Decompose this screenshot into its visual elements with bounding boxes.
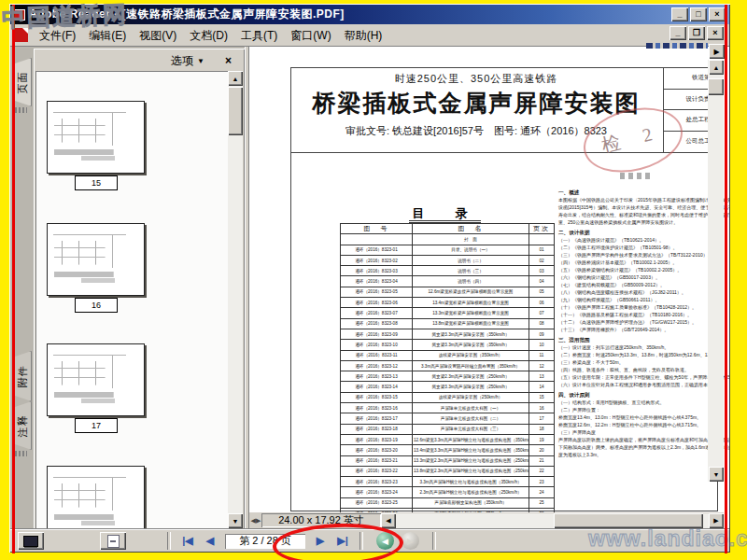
toc-row: 通环（2016）8323-01目录、说明书（一）01	[341, 245, 555, 255]
thumbnail-drawing	[53, 472, 138, 528]
url-watermark: www.landiao.com	[588, 526, 747, 552]
toc-row: 通环（2016）8323-0613.4m梁宽桥梁声屏障横断面位置示意图06	[341, 298, 555, 308]
toc-row: 通环（2016）8323-03说明书（三）03	[341, 266, 555, 276]
tab-grip	[15, 107, 27, 113]
first-page-button[interactable]: |◀	[176, 532, 199, 550]
adobe-reader-window: Adobe Reader - [速铁路桥梁插板式金属声屏障安装图.PDF] _ …	[9, 4, 730, 553]
note-line: （十）《铁路声屏障工程施工质量验收标准》（TB10428-2012）。	[558, 303, 729, 311]
doc-close-button[interactable]: ×	[707, 26, 724, 40]
doc-scroll-up[interactable]: ▲	[709, 60, 724, 75]
toolbar-expand-button[interactable]: ▶	[709, 44, 725, 59]
note-line: （二）《铁路工程环境保护设计规范》（TB10501-98）。	[558, 244, 729, 251]
separator	[167, 532, 171, 550]
toc-col-page: 页次	[529, 224, 555, 234]
menu-item[interactable]: 帮助(H)	[338, 27, 389, 44]
thumbnail-page-number[interactable]: 15	[75, 175, 118, 190]
note-line: （二）桥面宽度：时速250km为13.3m、13.8m，时速350km为12.6…	[558, 351, 729, 358]
note-line: （九）《钢结构焊接规范》（GB50661-2011）。	[558, 296, 729, 303]
note-line: （五）设计使用年限：正常使用条件下H型钢立柱、螺栓为50年，声屏障单元板为25年…	[558, 373, 729, 381]
note-line: （五）《铁路桥梁钢结构设计规范》（TB10002.2-2005）。	[558, 266, 729, 273]
note-line: 二、设计依据	[558, 229, 729, 236]
hscroll-left[interactable]: ◀	[381, 513, 396, 528]
doc-scroll-down[interactable]: ▼	[709, 467, 724, 482]
note-line: 桥面宽度13.4m、13.0m：H型钢立柱中心距外侧线路中心线4.375m。	[558, 413, 729, 421]
panel-close-icon[interactable]: ×	[221, 54, 235, 67]
sidebar-tab-pages[interactable]: 页面	[12, 58, 32, 106]
design-notes: 一、概述本图根据《中国铁路总公司关于印发〈2015年铁路工程建设标准图编制计划〉…	[558, 186, 729, 458]
drawing-subtitle: 时速250公里、350公里高速铁路	[291, 72, 661, 86]
toc-col-drawing-name: 图 名	[413, 224, 529, 234]
note-line: （三）声屏障高度	[558, 428, 729, 436]
toc-row: 通环（2016）8323-04说明书（四）04	[341, 276, 555, 287]
page-thumbnail[interactable]	[47, 466, 145, 528]
note-line: 一、概述	[558, 189, 729, 196]
toc-title: 目 录	[340, 204, 549, 222]
fullscreen-mode-button[interactable]	[18, 532, 44, 550]
note-line: （一）设计速度：列车运行速度250km/h、350km/h。	[558, 343, 729, 351]
toc-row: 通环（2016）8323-123.3m高声屏障设置隔声段端立面布置图（350km…	[341, 360, 555, 371]
toc-row: 通环（2016）8323-25声屏障底部钢支架构造图（350km/h）25	[341, 497, 555, 508]
panel-scrollbar[interactable]	[228, 71, 243, 528]
doc-minimize-button[interactable]: _	[669, 26, 686, 40]
drawing-title: 桥梁插板式金属声屏障安装图	[291, 88, 661, 119]
close-button[interactable]: ×	[709, 7, 726, 21]
panel-scroll-thumb[interactable]	[228, 87, 243, 135]
toc-row: 通环（2016）8323-2213.8m梁宽2.3m高声屏障H钢立柱与遮板连接构…	[341, 466, 555, 476]
sidebar-tab-comments[interactable]: 注释	[12, 401, 32, 450]
doc-restore-button[interactable]: ❐	[688, 26, 705, 40]
pages-panel: 选项 ▼ × 151617 ▲ ▼	[34, 49, 245, 530]
tab-grip	[15, 451, 27, 456]
maximize-button[interactable]: □	[690, 7, 707, 21]
note-line: 四、设计原则	[558, 391, 729, 399]
minimize-button[interactable]: _	[671, 7, 688, 21]
note-line: （一）结构形式：采用H型钢插板、直立结构形式。	[558, 399, 729, 406]
site-watermark: 中国道桥网	[1, 0, 128, 34]
page-thumbnail[interactable]	[47, 101, 145, 174]
note-line: 声屏障高度以距轨面上缘的高度确定，将声屏障高度分标准高度和可加高1m通透隔声板高…	[558, 436, 729, 458]
collapsed-toolbar[interactable]	[646, 43, 708, 49]
page-thumbnail[interactable]	[47, 223, 145, 296]
frame-red-line-right	[725, 5, 727, 553]
sidebar-tab-attachments[interactable]: 附件	[12, 351, 32, 401]
toc-row: 通环（2016）8323-1912.6m梁宽3.3m高声屏障H钢立柱与遮板连接构…	[341, 434, 555, 444]
note-line: （十三）《声屏障用橡胶件》（GB/T20649-2014）。	[558, 326, 729, 333]
menu-item[interactable]: 工具(T)	[234, 27, 284, 44]
pdf-page: 时速250公里、350公里高速铁路 桥梁插板式金属声屏障安装图 审批文号: 铁总…	[290, 67, 718, 511]
options-menu-button[interactable]: 选项 ▼	[167, 51, 208, 71]
note-line: （四）《铁路桥涵设计基本规范》（TB10002.1-2005）。	[558, 259, 729, 266]
previous-page-button[interactable]: ◀	[199, 532, 221, 550]
note-line: （十二）《高速铁路声屏障维护管理办法》（TG/GW217-2015）。	[558, 318, 729, 326]
toc-row: 通环（2016）8323-14简支梁3.3m高声屏障安装图（250km/h）14	[341, 382, 555, 392]
toc-row: 通环（2016）8323-17声屏障单元板连接大样图（二）17	[341, 413, 555, 424]
panel-scroll-down[interactable]: ▼	[228, 513, 243, 528]
menu-item[interactable]: 窗口(W)	[284, 27, 337, 44]
thumbnail-page-number[interactable]: 17	[75, 418, 118, 433]
page-layout-button[interactable]	[100, 532, 126, 550]
toc-row: 通环（2016）8323-233.3m高声屏障H钢立柱与遮板连接构造图（350k…	[341, 477, 555, 487]
page-thumbnail[interactable]	[47, 343, 145, 416]
toc-col-drawing-no: 图 号	[341, 224, 413, 234]
panel-scroll-up[interactable]: ▲	[228, 71, 243, 86]
monitor-icon	[23, 536, 38, 547]
doc-scroll-thumb[interactable]	[708, 78, 724, 95]
note-line: （二）声屏障位置：	[558, 406, 729, 413]
note-line: （四）线路、轨道条件：双线、直、曲线段，无砟及有砟轨道。	[558, 366, 729, 373]
document-pane[interactable]: 时速250公里、350公里高速铁路 桥梁插板式金属声屏障安装图 审批文号: 铁总…	[249, 47, 729, 530]
toc-row: 通环（2016）8323-18声屏障单元板连接大样图（三）18	[341, 424, 555, 434]
thumbnail-page-number[interactable]: 16	[75, 298, 118, 313]
splitter-grip-icon[interactable]: ◀▶	[250, 513, 261, 527]
doc-vscrollbar[interactable]	[708, 60, 724, 482]
note-line: 本图根据《中国铁路总公司关于印发〈2015年铁路工程建设标准图编制计划〉的通知》…	[558, 196, 729, 226]
next-view-button[interactable]: ▶	[402, 532, 419, 550]
note-line: （六）设计单位应针对具体工程情况和通用参考图适用范围，正确选用本图。	[558, 381, 729, 388]
thumbnail-drawing	[53, 230, 138, 289]
menu-item[interactable]: 视图(V)	[133, 27, 183, 44]
note-line: （三）桥梁高度：不大于50m。	[558, 358, 729, 366]
toc-row: 通环（2016）8323-0813.8m梁宽桥梁声屏障横断面位置示意图08	[341, 318, 555, 329]
toc-row: 封 面	[341, 234, 555, 245]
chevron-down-icon: ▼	[197, 57, 204, 65]
toc-row: 通环（2016）8323-11连续梁声屏障安装图（350km/h）11	[341, 350, 555, 360]
screenshot-frame: Adobe Reader - [速铁路桥梁插板式金属声屏障安装图.PDF] _ …	[0, 0, 747, 560]
note-line: （十一）《铁路路基及桥隧工程技术规范》（TB10180-2016）。	[558, 311, 729, 318]
menu-item[interactable]: 文档(D)	[183, 27, 234, 44]
